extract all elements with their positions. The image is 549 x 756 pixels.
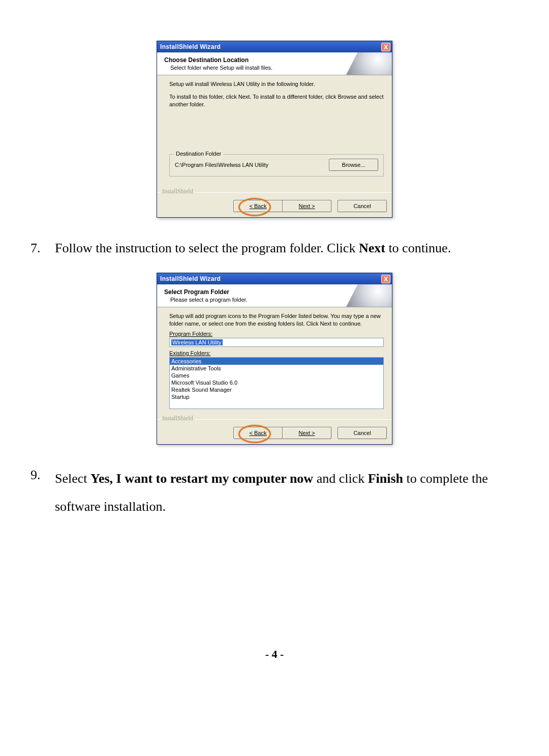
installshield-brand: InstallShield — [160, 188, 195, 195]
list-item[interactable]: Microsoft Visual Studio 6.0 — [170, 379, 383, 386]
window-title: InstallShield Wizard — [160, 43, 221, 50]
list-item[interactable]: Accessories — [170, 358, 383, 365]
titlebar: InstallShield Wizard X — [157, 41, 392, 52]
header-title: Select Program Folder — [164, 288, 385, 296]
titlebar: InstallShield Wizard X — [157, 273, 392, 284]
footer-panel: InstallShield < Back Next > Cancel — [157, 419, 392, 444]
figure-destination-location: InstallShield Wizard X Choose Destinatio… — [30, 41, 518, 218]
figure-program-folder: InstallShield Wizard X Select Program Fo… — [30, 273, 518, 445]
back-button[interactable]: < Back — [233, 200, 283, 212]
existing-folders-list[interactable]: Accessories Administrative Tools Games M… — [169, 357, 384, 409]
program-folders-input[interactable]: Wireless LAN Utility — [169, 338, 384, 347]
next-button[interactable]: Next > — [282, 200, 331, 212]
footer-panel: InstallShield < Back Next > Cancel — [157, 192, 392, 217]
list-item[interactable]: Realtek Sound Manager — [170, 386, 383, 393]
header-title: Choose Destination Location — [164, 56, 385, 64]
header-panel: Choose Destination Location Select folde… — [157, 52, 392, 75]
program-folders-label: Program Folders: — [169, 331, 384, 337]
cancel-button[interactable]: Cancel — [338, 427, 387, 439]
header-subtitle: Please select a program folder. — [170, 297, 385, 303]
wizard-window-2: InstallShield Wizard X Select Program Fo… — [157, 273, 392, 445]
close-icon[interactable]: X — [381, 275, 390, 283]
body-text-2: To install to this folder, click Next. T… — [169, 93, 384, 108]
step-number: 9. — [30, 465, 55, 520]
step-text: Select Yes, I want to restart my compute… — [55, 465, 518, 520]
button-row: < Back Next > Cancel — [162, 200, 387, 212]
group-legend: Destination Folder — [174, 151, 223, 157]
step-7: 7. Follow the instruction to select the … — [30, 238, 518, 258]
body-panel: Setup will install Wireless LAN Utility … — [157, 75, 392, 192]
button-row: < Back Next > Cancel — [162, 427, 387, 439]
list-item[interactable]: Startup — [170, 393, 383, 400]
destination-path: C:\Program Files\Wirelwss LAN Utility — [175, 162, 268, 168]
installshield-brand: InstallShield — [160, 415, 195, 422]
body-panel: Setup will add program icons to the Prog… — [157, 307, 392, 419]
next-button[interactable]: Next > — [282, 427, 331, 439]
intro-text: Setup will add program icons to the Prog… — [169, 312, 384, 328]
step-text: Follow the instruction to select the pro… — [55, 238, 518, 258]
header-subtitle: Select folder where Setup will install f… — [170, 65, 385, 71]
page-number: - 4 - — [30, 648, 518, 661]
body-text-1: Setup will install Wireless LAN Utility … — [169, 80, 384, 88]
wizard-window-1: InstallShield Wizard X Choose Destinatio… — [157, 41, 392, 218]
destination-folder-group: Destination Folder C:\Program Files\Wire… — [169, 154, 384, 177]
list-item[interactable]: Games — [170, 372, 383, 379]
browse-button[interactable]: Browse... — [329, 159, 378, 171]
step-number: 7. — [30, 238, 55, 258]
document-page: InstallShield Wizard X Choose Destinatio… — [0, 0, 549, 681]
list-item[interactable]: Administrative Tools — [170, 365, 383, 372]
existing-folders-label: Existing Folders: — [169, 350, 384, 356]
step-9: 9. Select Yes, I want to restart my comp… — [30, 465, 518, 520]
close-icon[interactable]: X — [381, 43, 390, 51]
header-panel: Select Program Folder Please select a pr… — [157, 284, 392, 307]
cancel-button[interactable]: Cancel — [338, 200, 387, 212]
back-button[interactable]: < Back — [233, 427, 283, 439]
window-title: InstallShield Wizard — [160, 275, 221, 282]
